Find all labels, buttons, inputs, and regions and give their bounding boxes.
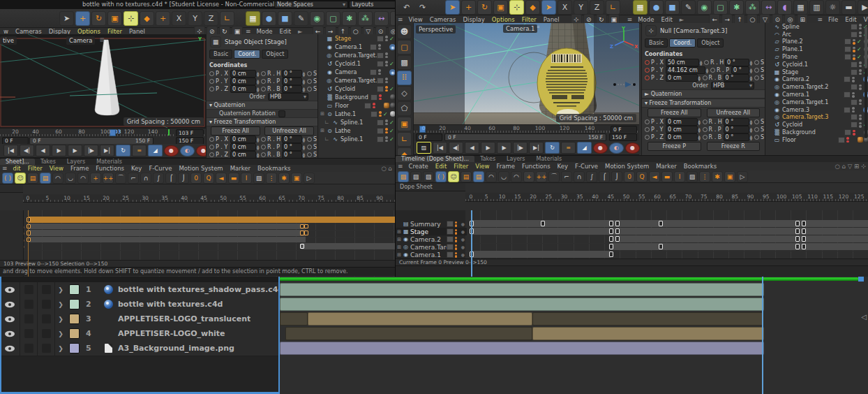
menu-marker[interactable]: Marker [230, 165, 250, 172]
menu-functions[interactable]: Functions [96, 165, 124, 172]
quantize-icon[interactable]: ⋮ [699, 171, 710, 182]
visibility-dots[interactable] [852, 107, 855, 112]
edit-toggle[interactable] [838, 137, 845, 143]
edit-toggle[interactable] [447, 251, 454, 258]
keyframe-ring-icon[interactable] [307, 137, 312, 142]
keyframe[interactable] [615, 228, 620, 234]
edit-toggle[interactable] [844, 92, 851, 98]
keyframe-ring-icon[interactable] [754, 119, 759, 124]
region-icon[interactable]: ▣ [291, 173, 302, 184]
track-bar[interactable] [28, 224, 306, 230]
expand-icon[interactable]: ⊞ [397, 245, 403, 250]
menu-filter[interactable]: Filter [522, 16, 537, 23]
key-add2-icon[interactable]: ++ [103, 173, 114, 184]
stepper-icon[interactable]: ▲▼ [749, 127, 753, 133]
next-key-button[interactable]: |▶ [513, 142, 527, 154]
ease-in-icon[interactable]: ⌠ [165, 173, 177, 184]
material-thumb[interactable] [384, 103, 389, 108]
track-bar[interactable] [611, 235, 868, 242]
track-dots[interactable] [455, 245, 458, 250]
tab-basic[interactable]: Basic [209, 50, 232, 59]
coord-field[interactable]: 50 cm [666, 59, 699, 66]
keyframe[interactable] [615, 221, 620, 226]
stepper-icon[interactable]: ▲▼ [698, 127, 701, 133]
keyframe-ring-icon[interactable] [209, 79, 214, 84]
spline-pen[interactable]: ● [649, 0, 664, 15]
enable-axis-icon[interactable]: ▣ [397, 117, 412, 131]
menu-display[interactable]: Display [463, 16, 485, 23]
keyframe-ring-icon[interactable] [703, 127, 708, 132]
expand-icon[interactable]: ⊞ [397, 229, 403, 235]
visibility-dots[interactable] [859, 122, 862, 128]
stepper-icon[interactable]: ▲▼ [256, 152, 260, 158]
edit-toggle[interactable] [851, 61, 858, 68]
stepper-icon[interactable]: ▲▼ [302, 152, 306, 158]
visibility-dots[interactable] [385, 128, 388, 133]
solo-cell[interactable] [38, 312, 55, 326]
edit-toggle[interactable] [844, 46, 851, 52]
keyframe-ring-icon[interactable] [710, 68, 715, 73]
keyframe-ring-icon[interactable] [754, 135, 759, 140]
enabled-check-icon[interactable]: ✓ [389, 86, 395, 92]
label-swatch[interactable] [69, 314, 80, 324]
keyframe-ring-icon[interactable] [307, 71, 312, 76]
sound-button[interactable]: ≡ [132, 145, 147, 156]
undo-icon[interactable]: ↶ [399, 0, 414, 15]
range-start-field[interactable]: 0 F [416, 133, 442, 141]
light-object[interactable]: ☼ [825, 0, 840, 15]
render-view[interactable]: ▦ [246, 11, 260, 26]
menu-create[interactable]: Create [409, 163, 428, 170]
hamburger-icon[interactable]: ≡ [398, 16, 403, 23]
label-cell[interactable] [66, 312, 82, 326]
ghost-icon[interactable]: ▷ [304, 173, 315, 184]
label-swatch[interactable] [69, 284, 80, 295]
layer-bar-row-4[interactable] [280, 327, 868, 340]
object-item-camera-target-2[interactable]: ◎Camera.Target.2 [318, 51, 395, 59]
object-item-stage[interactable]: ▦Stage✓ [765, 68, 868, 76]
generator-cube[interactable]: ▢ [326, 11, 341, 26]
layer-duration-bar[interactable] [532, 312, 764, 326]
coord-field[interactable]: 0 cm [230, 136, 256, 143]
edit-toggle[interactable] [844, 54, 851, 60]
menu-motion-system[interactable]: Motion System [179, 165, 223, 172]
track-dots[interactable] [455, 221, 458, 227]
edit-toggle[interactable] [447, 221, 454, 227]
menu-view[interactable]: View [409, 16, 423, 23]
disc[interactable]: ◖ [390, 11, 395, 26]
expand-icon[interactable]: ⊞ [397, 237, 403, 242]
twirl-cell[interactable]: ❯ [55, 341, 66, 356]
range-end-field[interactable]: 150 F [609, 133, 637, 141]
keys-mode-icon[interactable]: ▤ [27, 173, 38, 184]
keyframe-ring-icon[interactable] [307, 79, 312, 84]
scale-tool[interactable]: ▣ [107, 11, 122, 26]
menu-motion-system[interactable]: Motion System [605, 163, 649, 170]
deformer[interactable]: ✱ [342, 11, 357, 26]
tab-coord[interactable]: Coord. [234, 50, 260, 59]
render-picture-viewer-button[interactable]: ▶ [858, 0, 868, 15]
keyframe-ring-icon[interactable] [645, 127, 650, 132]
play-button[interactable]: ▶ [481, 142, 495, 154]
freeze-section[interactable]: ▾ Freeze Transformation [207, 117, 318, 126]
twirl-cell[interactable]: ❯ [55, 326, 66, 341]
subdivision-surface[interactable]: ◉ [697, 0, 712, 15]
stepper-icon[interactable]: ▲▼ [256, 145, 260, 150]
coord-field[interactable]: 0 cm [666, 74, 698, 82]
prev-key-button[interactable]: ◀| [449, 142, 463, 154]
preview-end-cap[interactable] [858, 277, 864, 282]
cloner[interactable]: ⁂ [358, 11, 373, 26]
rotate-tool[interactable]: ↻ [477, 0, 492, 15]
layer-row-4[interactable]: ❯4APPLETISER-LOGO_white [0, 326, 278, 342]
visibility-dots[interactable] [853, 54, 855, 60]
spline-soft-icon[interactable]: ◠ [77, 173, 89, 184]
menu-cameras[interactable]: Cameras [15, 28, 42, 35]
keyframe-ring-icon[interactable] [645, 119, 650, 124]
keyframe-ring-icon[interactable] [261, 71, 266, 76]
edit-toggle[interactable] [364, 103, 371, 109]
visibility-dots[interactable] [859, 85, 862, 90]
autokey-button[interactable]: ◐ [609, 143, 624, 154]
workplane-icon[interactable]: ∟ [397, 132, 412, 147]
freeze-all-button[interactable]: Freeze All [211, 126, 260, 136]
tab-object[interactable]: Object [697, 38, 724, 48]
keyframe-ring-icon[interactable] [209, 71, 214, 76]
menu-edit[interactable]: Edit [435, 163, 447, 170]
